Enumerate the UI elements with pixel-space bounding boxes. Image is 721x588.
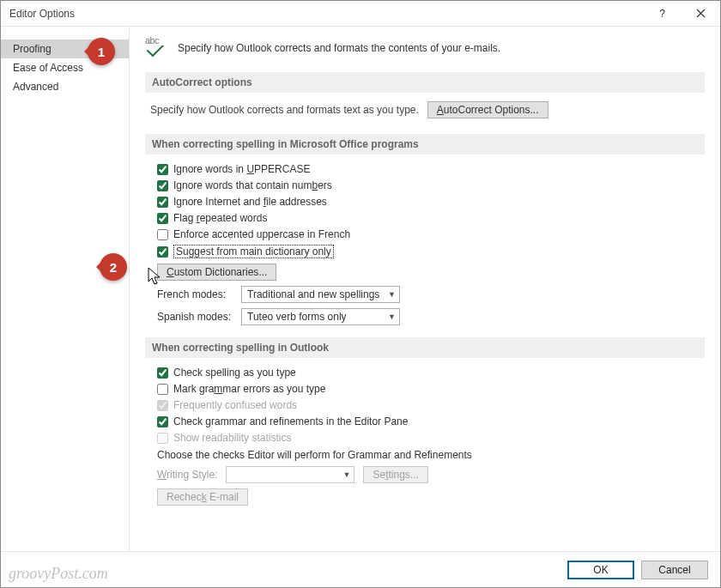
opt-check-spelling[interactable]: Check spelling as you type — [157, 367, 705, 379]
autocorrect-options-button[interactable]: AutoCorrect Options... — [427, 101, 548, 118]
section-autocorrect-header: AutoCorrect options — [145, 72, 705, 93]
opt-mark-grammar[interactable]: Mark grammar errors as you type — [157, 383, 705, 395]
callout-2: 2 — [100, 253, 127, 281]
french-label: French modes: — [157, 288, 234, 300]
checkbox[interactable] — [157, 213, 168, 224]
sidebar-item-advanced[interactable]: Advanced — [1, 77, 129, 96]
opt-check-grammar[interactable]: Check grammar and refinements in the Edi… — [157, 415, 705, 427]
french-modes-select[interactable]: Traditional and new spellings ▼ — [241, 286, 400, 303]
writing-style-label: Writing Style: — [157, 469, 217, 481]
checkbox — [157, 400, 168, 411]
window-title: Editor Options — [9, 8, 643, 20]
dialog-footer: OK Cancel — [1, 551, 720, 587]
close-icon — [696, 9, 706, 18]
checkbox[interactable] — [157, 416, 168, 427]
opt-ignore-uppercase[interactable]: Ignore words in UPPERCASE — [157, 163, 705, 175]
custom-dictionaries-button[interactable]: Custom Dictionaries... — [157, 264, 276, 281]
spanish-modes-select[interactable]: Tuteo verb forms only ▼ — [241, 308, 400, 325]
opt-ignore-numbers[interactable]: Ignore words that contain numbers — [157, 179, 705, 191]
help-button[interactable]: ? — [643, 1, 682, 27]
chevron-down-icon: ▼ — [388, 290, 396, 299]
opt-ignore-internet[interactable]: Ignore Internet and file addresses — [157, 196, 705, 208]
opt-main-dictionary[interactable]: Suggest from main dictionary only — [157, 245, 705, 258]
spanish-modes-row: Spanish modes: Tuteo verb forms only ▼ — [157, 308, 705, 325]
proofing-icon: abc — [145, 35, 169, 60]
ok-button[interactable]: OK — [567, 561, 634, 579]
settings-button: Settings... — [363, 466, 427, 483]
opt-readability: Show readability statistics — [157, 432, 705, 444]
checkbox[interactable] — [157, 197, 168, 208]
checkbox[interactable] — [157, 180, 168, 191]
section-office-spelling-header: When correcting spelling in Microsoft Of… — [145, 134, 705, 155]
editor-options-window: Editor Options ? Proofing Ease of Access… — [0, 0, 721, 588]
opt-french-accented[interactable]: Enforce accented uppercase in French — [157, 228, 705, 240]
checkbox[interactable] — [157, 229, 168, 240]
checkbox — [157, 433, 168, 444]
autocorrect-text: Specify how Outlook corrects and formats… — [150, 104, 419, 116]
callout-1: 1 — [88, 38, 115, 65]
close-button[interactable] — [682, 1, 720, 27]
section-outlook-spelling-header: When correcting spelling in Outlook — [145, 337, 705, 358]
cancel-button[interactable]: Cancel — [641, 561, 708, 579]
recheck-email-button: Recheck E-mail — [157, 488, 248, 506]
checkbox[interactable] — [157, 246, 168, 258]
checkmark-icon — [145, 45, 166, 58]
sidebar: Proofing Ease of Access Advanced — [1, 27, 130, 551]
titlebar: Editor Options ? — [1, 1, 720, 27]
checkbox[interactable] — [157, 384, 168, 395]
cursor-icon — [147, 267, 162, 286]
opt-confused-words: Frequently confused words — [157, 399, 705, 411]
content-pane: abc Specify how Outlook corrects and for… — [130, 27, 720, 551]
opt-flag-repeated[interactable]: Flag repeated words — [157, 212, 705, 224]
intro: abc Specify how Outlook corrects and for… — [145, 35, 705, 60]
grammar-note: Choose the checks Editor will perform fo… — [157, 449, 705, 461]
checkbox[interactable] — [157, 367, 168, 379]
french-modes-row: French modes: Traditional and new spelli… — [157, 286, 705, 303]
chevron-down-icon: ▼ — [343, 470, 351, 479]
spanish-label: Spanish modes: — [157, 311, 234, 323]
writing-style-select: ▼ — [226, 466, 354, 483]
chevron-down-icon: ▼ — [388, 312, 396, 321]
intro-text: Specify how Outlook corrects and formats… — [178, 35, 500, 54]
checkbox[interactable] — [157, 164, 168, 175]
